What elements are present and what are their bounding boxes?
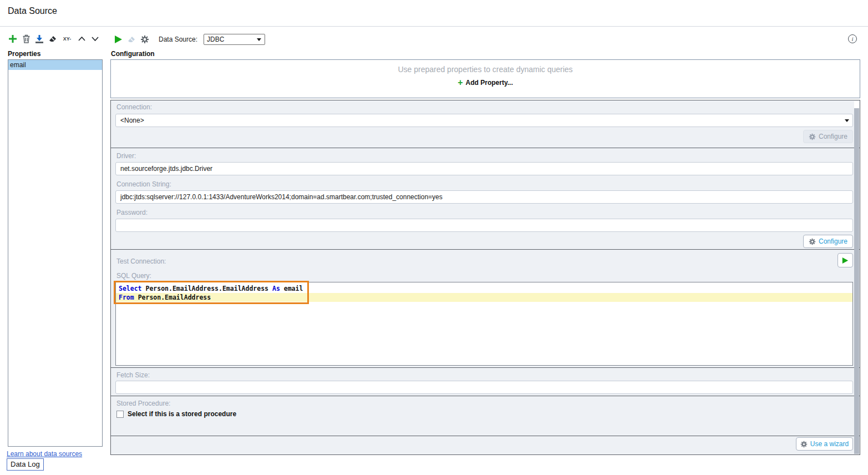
- section-divider: [111, 148, 860, 148]
- clear-icon[interactable]: [48, 34, 58, 44]
- section-divider: [111, 367, 860, 368]
- data-source-type-value: JDBC: [207, 36, 224, 43]
- info-icon[interactable]: i: [848, 34, 857, 43]
- gear-icon: [800, 441, 808, 448]
- properties-header: Properties: [8, 50, 40, 58]
- section-divider: [111, 249, 860, 250]
- section-divider: [111, 396, 860, 396]
- test-connection-run-button[interactable]: [837, 253, 853, 267]
- sql-line-1: Select Person.EmailAddress.EmailAddress …: [116, 284, 852, 293]
- connection-value: <None>: [120, 117, 144, 124]
- vertical-scrollbar[interactable]: [854, 101, 859, 454]
- gear-icon: [809, 133, 816, 140]
- page-title: Data Source: [8, 6, 57, 16]
- datasource-toolbar: Data Source: JDBC: [113, 34, 265, 45]
- connection-configure-button[interactable]: Configure: [803, 130, 853, 143]
- properties-list: email: [8, 59, 103, 447]
- learn-about-data-sources-link[interactable]: Learn about data sources: [7, 450, 82, 458]
- connection-string-input[interactable]: [115, 190, 853, 204]
- use-a-wizard-button[interactable]: Use a wizard: [796, 437, 853, 451]
- list-item-email[interactable]: email: [8, 60, 102, 70]
- plus-icon: +: [458, 79, 463, 86]
- sql-line-2: From Person.EmailAddress: [116, 293, 852, 302]
- clear-data-icon-disabled[interactable]: [126, 34, 136, 44]
- driver-input[interactable]: [115, 162, 853, 175]
- fetch-size-input[interactable]: [115, 381, 853, 394]
- stored-procedure-checkbox[interactable]: [116, 411, 124, 418]
- chevron-down-icon: [845, 119, 849, 122]
- connection-label: Connection:: [116, 103, 152, 111]
- add-property-icon[interactable]: [8, 34, 18, 44]
- sql-query-label: SQL Query:: [116, 272, 151, 280]
- delete-property-icon[interactable]: [21, 34, 31, 44]
- section-divider: [111, 436, 860, 436]
- prepared-properties-message: Use prepared properties to create dynami…: [111, 65, 860, 74]
- password-configure-button[interactable]: Configure: [803, 235, 853, 248]
- header-divider: [0, 26, 868, 27]
- password-label: Password:: [116, 209, 148, 216]
- properties-toolbar: XY-: [8, 34, 100, 44]
- stored-procedure-checkbox-row[interactable]: Select if this is a stored procedure: [116, 410, 236, 418]
- data-source-page: Data Source XY-: [0, 0, 868, 475]
- connection-select[interactable]: <None>: [115, 114, 853, 127]
- download-icon[interactable]: [34, 34, 44, 44]
- configuration-header: Configuration: [111, 50, 155, 58]
- settings-gear-icon[interactable]: [140, 34, 150, 44]
- sql-query-editor[interactable]: Select Person.EmailAddress.EmailAddress …: [115, 282, 853, 366]
- stored-procedure-checkbox-label: Select if this is a stored procedure: [128, 410, 236, 418]
- driver-label: Driver:: [116, 152, 136, 160]
- data-source-type-select[interactable]: JDBC: [204, 34, 265, 45]
- test-connection-label: Test Connection:: [116, 257, 166, 265]
- data-source-type-label: Data Source:: [159, 36, 197, 43]
- stored-procedure-label: Stored Procedure:: [116, 400, 170, 407]
- chevron-down-icon: [257, 38, 261, 41]
- data-log-button[interactable]: Data Log: [7, 458, 44, 471]
- move-down-icon[interactable]: [90, 34, 100, 44]
- xy-mode-icon[interactable]: XY-: [61, 34, 73, 44]
- gear-icon: [809, 238, 816, 245]
- fetch-size-label: Fetch Size:: [116, 371, 150, 379]
- scrollbar-thumb[interactable]: [854, 101, 859, 108]
- prepared-properties-box: Use prepared properties to create dynami…: [110, 59, 860, 98]
- add-property-button[interactable]: + Add Property...: [111, 79, 860, 87]
- run-icon[interactable]: [113, 34, 123, 44]
- connection-string-label: Connection String:: [116, 180, 171, 188]
- password-input[interactable]: [115, 219, 853, 232]
- move-up-icon[interactable]: [77, 34, 87, 44]
- play-icon: [842, 257, 849, 264]
- configuration-panel: Connection: <None> Configure Driver: Con…: [110, 100, 860, 455]
